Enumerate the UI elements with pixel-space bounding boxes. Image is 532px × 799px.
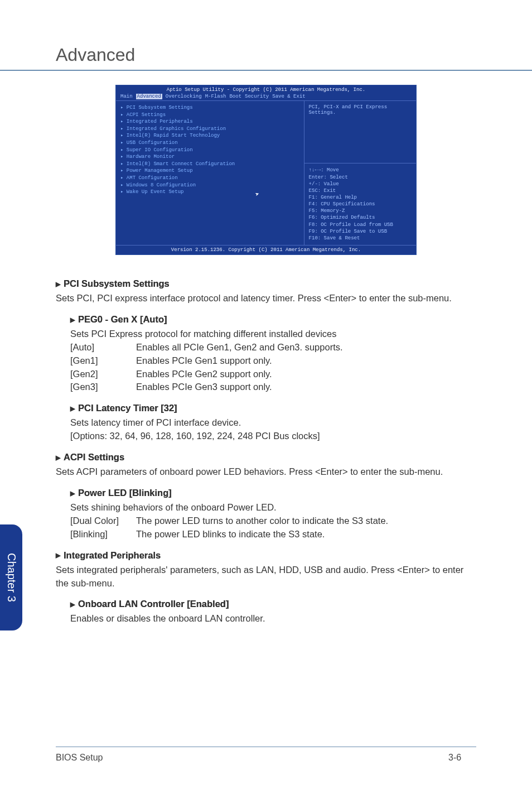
- section-onboard-lan: Onboard LAN Controller [Enabled] Enables…: [70, 598, 476, 625]
- bios-menu-overclocking: Overclocking: [166, 94, 202, 99]
- option-row: [Blinking] The power LED blinks to indic…: [70, 528, 476, 541]
- option-row: [Gen3] Enables PCIe Gen3 support only.: [70, 381, 476, 394]
- bios-key-line: F1: General Help: [309, 194, 412, 201]
- bios-item: ▸ AMT Configuration: [120, 175, 299, 182]
- section-peg0: PEG0 - Gen X [Auto] Sets PCI Express pro…: [70, 313, 476, 394]
- bios-key-line: F10: Save & Reset: [309, 235, 412, 242]
- option-val: The power LED turns to another color to …: [136, 514, 476, 528]
- section-title: Onboard LAN Controller [Enabled]: [70, 599, 229, 609]
- bios-item: ▸ Intel(R) Rapid Start Technology: [120, 132, 299, 139]
- bios-key-line: F4: CPU Specifications: [309, 201, 412, 208]
- bios-item-label: Integrated Peripherals: [127, 119, 193, 124]
- bios-key-line: F6: Optimized Defaults: [309, 214, 412, 221]
- option-val: Enables PCIe Gen2 support only.: [136, 368, 476, 381]
- option-val: Enables all PCIe Gen1, Gen2 and Gen3. su…: [136, 341, 476, 354]
- bios-item-label: USB Configuration: [127, 140, 178, 146]
- bios-header-text: Aptio Setup Utility - Copyright (C) 2011…: [116, 85, 416, 93]
- bios-item: ▸ PCI Subsystem Settings: [120, 104, 299, 112]
- bios-item-label: ACPI Settings: [127, 112, 166, 118]
- option-row: [Auto] Enables all PCIe Gen1, Gen2 and G…: [70, 341, 476, 354]
- content-area: PCI Subsystem Settings Sets PCI, PCI exp…: [0, 277, 532, 625]
- page-footer: BIOS Setup 3-6: [56, 747, 476, 763]
- option-key: [Gen1]: [70, 354, 136, 368]
- bios-item-label: Intel(R) Rapid Start Technology: [127, 133, 220, 138]
- section-power-led: Power LED [Blinking] Sets shining behavi…: [70, 487, 476, 541]
- section-pci-subsystem: PCI Subsystem Settings Sets PCI, PCI exp…: [56, 277, 476, 305]
- bios-item-label: Intel(R) Smart Connect Configuration: [127, 161, 235, 167]
- section-desc: Enables or disables the onboard LAN cont…: [70, 612, 476, 625]
- section-desc: Sets ACPI parameters of onboard power LE…: [56, 465, 476, 479]
- option-val: Enables PCIe Gen3 support only.: [136, 381, 476, 394]
- bios-menu-mflash: M-Flash: [205, 94, 226, 99]
- bios-key-help: ↑↓←→: Move Enter: Select +/-: Value ESC:…: [304, 163, 416, 245]
- option-val: Enables PCIe Gen1 support only.: [136, 354, 476, 368]
- option-row: [Gen1] Enables PCIe Gen1 support only.: [70, 354, 476, 368]
- bios-menu-security: Security: [245, 94, 269, 99]
- bios-key-line: Enter: Select: [309, 174, 412, 181]
- bios-item-label: Wake Up Event Setup: [127, 189, 184, 195]
- bios-item: ▸ Wake Up Event Setup: [120, 189, 299, 196]
- footer-page-number: 3-6: [448, 753, 476, 763]
- bios-key-line: F8: OC Profile Load from USB: [309, 222, 412, 228]
- option-row: [Dual Color] The power LED turns to anot…: [70, 514, 476, 528]
- section-pci-latency: PCI Latency Timer [32] Sets latency time…: [70, 402, 476, 443]
- bios-item: ▸ USB Configuration: [120, 139, 299, 147]
- bios-key-line: F5: Memory-Z: [309, 208, 412, 214]
- section-title: ACPI Settings: [56, 452, 124, 462]
- chapter-tab: Chapter 3: [0, 524, 22, 630]
- footer-section-name: BIOS Setup: [56, 753, 448, 763]
- bios-item-label: Hardware Monitor: [127, 154, 175, 160]
- section-desc: Sets shining behaviors of the onboard Po…: [70, 501, 476, 514]
- option-key: [Dual Color]: [70, 514, 136, 528]
- bios-key-line: ↑↓←→: Move: [309, 167, 412, 174]
- bios-item-label: PCI Subsystem Settings: [127, 105, 193, 110]
- bios-item: ▸ ACPI Settings: [120, 112, 299, 119]
- options-line: [Options: 32, 64, 96, 128, 160, 192, 224…: [70, 430, 476, 443]
- section-desc: Sets PCI, PCI express interface protocol…: [56, 292, 476, 305]
- bios-item-label: Integrated Graphics Configuration: [127, 126, 226, 132]
- section-acpi: ACPI Settings Sets ACPI parameters of on…: [56, 451, 476, 479]
- bios-item: ▸ Power Management Setup: [120, 167, 299, 175]
- section-desc: Sets latency timer of PCI interface devi…: [70, 416, 476, 430]
- section-title: Integrated Peripherals: [56, 550, 161, 560]
- page-title: Advanced: [0, 0, 532, 71]
- bios-body: ▸ PCI Subsystem Settings ▸ ACPI Settings…: [116, 100, 416, 246]
- bios-menu-boot: Boot: [229, 94, 241, 99]
- bios-item: ▸ Hardware Monitor: [120, 153, 299, 161]
- bios-item-label: Power Management Setup: [127, 168, 193, 174]
- bios-left-panel: ▸ PCI Subsystem Settings ▸ ACPI Settings…: [116, 101, 304, 245]
- option-key: [Gen3]: [70, 381, 136, 394]
- option-key: [Blinking]: [70, 528, 136, 541]
- section-desc: Sets PCI Express protocol for matching d…: [70, 328, 476, 341]
- bios-item: ▸ Windows 8 Configuration: [120, 182, 299, 189]
- bios-item: ▸ Integrated Peripherals: [120, 118, 299, 126]
- bios-menu-main: Main: [120, 94, 133, 99]
- bios-screenshot: Aptio Setup Utility - Copyright (C) 2011…: [115, 85, 417, 255]
- bios-item: ▸ Integrated Graphics Configuration: [120, 126, 299, 133]
- bios-key-line: +/-: Value: [309, 181, 412, 187]
- bios-right-panel: PCI, PCI-X and PCI Express Settings. ↑↓←…: [304, 101, 416, 245]
- section-title: PEG0 - Gen X [Auto]: [70, 314, 167, 324]
- option-val: The power LED blinks to indicate the S3 …: [136, 528, 476, 541]
- section-desc: Sets integrated peripherals' parameters,…: [56, 564, 476, 590]
- bios-item-label: AMT Configuration: [127, 175, 178, 181]
- bios-item: ▸ Intel(R) Smart Connect Configuration: [120, 161, 299, 168]
- option-row: [Gen2] Enables PCIe Gen2 support only.: [70, 368, 476, 381]
- bios-help-text: PCI, PCI-X and PCI Express Settings.: [304, 101, 416, 163]
- section-integrated-periph: Integrated Peripherals Sets integrated p…: [56, 549, 476, 590]
- bios-item-label: Super IO Configuration: [127, 147, 193, 153]
- bios-item-label: Windows 8 Configuration: [127, 182, 196, 188]
- section-title: PCI Latency Timer [32]: [70, 403, 177, 413]
- option-key: [Auto]: [70, 341, 136, 354]
- bios-footer-text: Version 2.15.1236. Copyright (C) 2011 Am…: [116, 246, 416, 254]
- bios-key-line: ESC: Exit: [309, 187, 412, 194]
- bios-item: ▸ Super IO Configuration: [120, 147, 299, 154]
- section-title: Power LED [Blinking]: [70, 488, 172, 498]
- bios-menu-bar: Main Advanced Overclocking M-Flash Boot …: [116, 93, 416, 100]
- bios-key-line: F9: OC Profile Save to USB: [309, 228, 412, 235]
- bios-menu-advanced: Advanced: [136, 94, 162, 99]
- option-key: [Gen2]: [70, 368, 136, 381]
- bios-menu-save-exit: Save & Exit: [272, 94, 305, 99]
- section-title: PCI Subsystem Settings: [56, 278, 170, 288]
